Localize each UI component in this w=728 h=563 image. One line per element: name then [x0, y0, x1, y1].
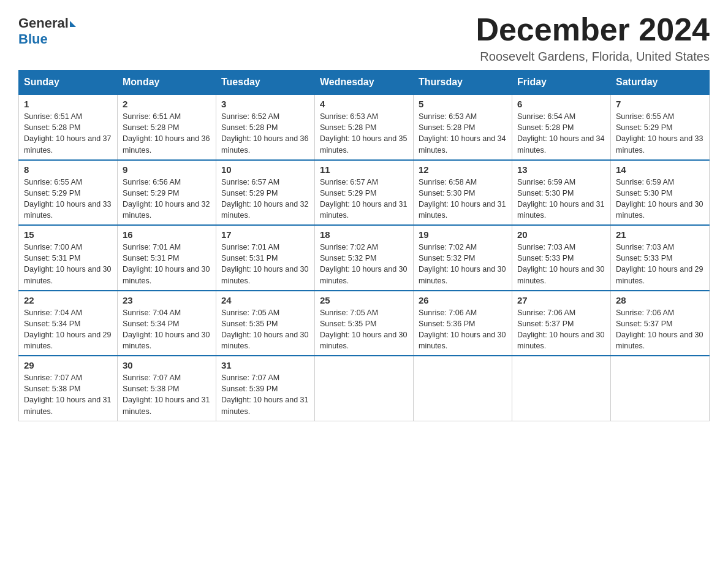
- day-number: 29: [24, 360, 112, 370]
- day-info: Sunrise: 7:05 AM Sunset: 5:35 PM Dayligh…: [221, 307, 309, 352]
- logo-general-text: General: [18, 15, 69, 31]
- calendar-table: SundayMondayTuesdayWednesdayThursdayFrid…: [18, 70, 710, 421]
- calendar-cell: 18 Sunrise: 7:02 AM Sunset: 5:32 PM Dayl…: [315, 225, 414, 291]
- day-number: 18: [320, 229, 408, 240]
- calendar-cell: 13 Sunrise: 6:59 AM Sunset: 5:30 PM Dayl…: [512, 160, 611, 226]
- title-section: December 2024 Roosevelt Gardens, Florida…: [476, 12, 710, 64]
- calendar-cell: 27 Sunrise: 7:06 AM Sunset: 5:37 PM Dayl…: [512, 291, 611, 356]
- day-info: Sunrise: 6:55 AM Sunset: 5:29 PM Dayligh…: [616, 111, 704, 156]
- day-number: 13: [517, 164, 605, 175]
- weekday-header-friday: Friday: [512, 71, 611, 95]
- calendar-cell: [512, 356, 611, 421]
- day-number: 8: [24, 164, 112, 175]
- day-info: Sunrise: 7:06 AM Sunset: 5:37 PM Dayligh…: [517, 307, 605, 352]
- calendar-cell: 5 Sunrise: 6:53 AM Sunset: 5:28 PM Dayli…: [414, 94, 512, 160]
- day-info: Sunrise: 6:57 AM Sunset: 5:29 PM Dayligh…: [320, 177, 408, 221]
- day-number: 12: [419, 164, 507, 175]
- day-info: Sunrise: 7:07 AM Sunset: 5:39 PM Dayligh…: [221, 372, 309, 417]
- day-number: 17: [221, 229, 309, 240]
- calendar-cell: 26 Sunrise: 7:06 AM Sunset: 5:36 PM Dayl…: [414, 291, 512, 356]
- day-number: 22: [24, 295, 112, 305]
- weekday-header-monday: Monday: [118, 71, 216, 95]
- day-number: 24: [221, 295, 309, 305]
- calendar-cell: 19 Sunrise: 7:02 AM Sunset: 5:32 PM Dayl…: [414, 225, 512, 291]
- calendar-cell: 22 Sunrise: 7:04 AM Sunset: 5:34 PM Dayl…: [19, 291, 118, 356]
- day-info: Sunrise: 7:06 AM Sunset: 5:37 PM Dayligh…: [616, 307, 704, 352]
- calendar-cell: 11 Sunrise: 6:57 AM Sunset: 5:29 PM Dayl…: [315, 160, 414, 226]
- day-number: 3: [221, 99, 309, 109]
- calendar-week-row-3: 15 Sunrise: 7:00 AM Sunset: 5:31 PM Dayl…: [19, 225, 710, 291]
- calendar-cell: 3 Sunrise: 6:52 AM Sunset: 5:28 PM Dayli…: [216, 94, 315, 160]
- day-info: Sunrise: 6:55 AM Sunset: 5:29 PM Dayligh…: [24, 177, 112, 221]
- day-info: Sunrise: 7:02 AM Sunset: 5:32 PM Dayligh…: [320, 242, 408, 286]
- calendar-cell: 10 Sunrise: 6:57 AM Sunset: 5:29 PM Dayl…: [216, 160, 315, 226]
- day-number: 16: [123, 229, 211, 240]
- calendar-cell: 23 Sunrise: 7:04 AM Sunset: 5:34 PM Dayl…: [118, 291, 216, 356]
- day-number: 9: [123, 164, 211, 175]
- calendar-cell: 24 Sunrise: 7:05 AM Sunset: 5:35 PM Dayl…: [216, 291, 315, 356]
- weekday-header-row: SundayMondayTuesdayWednesdayThursdayFrid…: [19, 71, 710, 95]
- calendar-week-row-2: 8 Sunrise: 6:55 AM Sunset: 5:29 PM Dayli…: [19, 160, 710, 226]
- calendar-cell: 6 Sunrise: 6:54 AM Sunset: 5:28 PM Dayli…: [512, 94, 611, 160]
- calendar-cell: 12 Sunrise: 6:58 AM Sunset: 5:30 PM Dayl…: [414, 160, 512, 226]
- weekday-header-tuesday: Tuesday: [216, 71, 315, 95]
- day-info: Sunrise: 7:05 AM Sunset: 5:35 PM Dayligh…: [320, 307, 408, 352]
- day-info: Sunrise: 6:59 AM Sunset: 5:30 PM Dayligh…: [517, 177, 605, 221]
- calendar-cell: 17 Sunrise: 7:01 AM Sunset: 5:31 PM Dayl…: [216, 225, 315, 291]
- day-info: Sunrise: 6:51 AM Sunset: 5:28 PM Dayligh…: [24, 111, 112, 156]
- calendar-cell: 31 Sunrise: 7:07 AM Sunset: 5:39 PM Dayl…: [216, 356, 315, 421]
- day-number: 1: [24, 99, 112, 109]
- logo-triangle-icon: [70, 21, 76, 27]
- calendar-week-row-1: 1 Sunrise: 6:51 AM Sunset: 5:28 PM Dayli…: [19, 94, 710, 160]
- day-info: Sunrise: 6:59 AM Sunset: 5:30 PM Dayligh…: [616, 177, 704, 221]
- day-info: Sunrise: 6:51 AM Sunset: 5:28 PM Dayligh…: [123, 111, 211, 156]
- calendar-week-row-5: 29 Sunrise: 7:07 AM Sunset: 5:38 PM Dayl…: [19, 356, 710, 421]
- calendar-cell: 9 Sunrise: 6:56 AM Sunset: 5:29 PM Dayli…: [118, 160, 216, 226]
- weekday-header-thursday: Thursday: [414, 71, 512, 95]
- calendar-cell: [414, 356, 512, 421]
- day-info: Sunrise: 7:02 AM Sunset: 5:32 PM Dayligh…: [419, 242, 507, 286]
- calendar-cell: 2 Sunrise: 6:51 AM Sunset: 5:28 PM Dayli…: [118, 94, 216, 160]
- logo: General Blue: [18, 12, 76, 47]
- day-info: Sunrise: 7:07 AM Sunset: 5:38 PM Dayligh…: [24, 372, 112, 417]
- day-info: Sunrise: 7:04 AM Sunset: 5:34 PM Dayligh…: [123, 307, 211, 352]
- day-info: Sunrise: 7:06 AM Sunset: 5:36 PM Dayligh…: [419, 307, 507, 352]
- day-number: 11: [320, 164, 408, 175]
- calendar-cell: 30 Sunrise: 7:07 AM Sunset: 5:38 PM Dayl…: [118, 356, 216, 421]
- weekday-header-sunday: Sunday: [19, 71, 118, 95]
- day-number: 19: [419, 229, 507, 240]
- day-info: Sunrise: 6:58 AM Sunset: 5:30 PM Dayligh…: [419, 177, 507, 221]
- calendar-cell: 8 Sunrise: 6:55 AM Sunset: 5:29 PM Dayli…: [19, 160, 118, 226]
- calendar-cell: 1 Sunrise: 6:51 AM Sunset: 5:28 PM Dayli…: [19, 94, 118, 160]
- day-info: Sunrise: 6:52 AM Sunset: 5:28 PM Dayligh…: [221, 111, 309, 156]
- calendar-cell: 16 Sunrise: 7:01 AM Sunset: 5:31 PM Dayl…: [118, 225, 216, 291]
- page-header: General Blue December 2024 Roosevelt Gar…: [18, 12, 710, 64]
- day-number: 2: [123, 99, 211, 109]
- logo-blue-text: Blue: [18, 31, 48, 47]
- day-number: 23: [123, 295, 211, 305]
- calendar-cell: 25 Sunrise: 7:05 AM Sunset: 5:35 PM Dayl…: [315, 291, 414, 356]
- weekday-header-saturday: Saturday: [611, 71, 710, 95]
- day-info: Sunrise: 7:04 AM Sunset: 5:34 PM Dayligh…: [24, 307, 112, 352]
- location-subtitle: Roosevelt Gardens, Florida, United State…: [476, 50, 710, 64]
- day-info: Sunrise: 7:00 AM Sunset: 5:31 PM Dayligh…: [24, 242, 112, 286]
- weekday-header-wednesday: Wednesday: [315, 71, 414, 95]
- calendar-week-row-4: 22 Sunrise: 7:04 AM Sunset: 5:34 PM Dayl…: [19, 291, 710, 356]
- calendar-cell: 4 Sunrise: 6:53 AM Sunset: 5:28 PM Dayli…: [315, 94, 414, 160]
- day-number: 27: [517, 295, 605, 305]
- calendar-cell: [315, 356, 414, 421]
- day-number: 15: [24, 229, 112, 240]
- day-info: Sunrise: 7:01 AM Sunset: 5:31 PM Dayligh…: [221, 242, 309, 286]
- day-number: 30: [123, 360, 211, 370]
- day-info: Sunrise: 7:01 AM Sunset: 5:31 PM Dayligh…: [123, 242, 211, 286]
- month-title: December 2024: [476, 12, 710, 47]
- day-number: 4: [320, 99, 408, 109]
- day-number: 25: [320, 295, 408, 305]
- day-info: Sunrise: 7:03 AM Sunset: 5:33 PM Dayligh…: [517, 242, 605, 286]
- day-info: Sunrise: 7:03 AM Sunset: 5:33 PM Dayligh…: [616, 242, 704, 286]
- calendar-cell: 14 Sunrise: 6:59 AM Sunset: 5:30 PM Dayl…: [611, 160, 710, 226]
- day-number: 31: [221, 360, 309, 370]
- day-info: Sunrise: 7:07 AM Sunset: 5:38 PM Dayligh…: [123, 372, 211, 417]
- calendar-cell: 15 Sunrise: 7:00 AM Sunset: 5:31 PM Dayl…: [19, 225, 118, 291]
- day-info: Sunrise: 6:53 AM Sunset: 5:28 PM Dayligh…: [419, 111, 507, 156]
